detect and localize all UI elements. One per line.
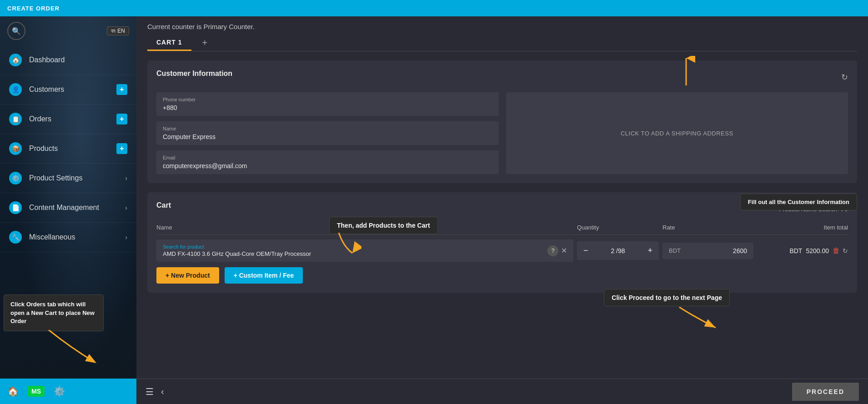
lang-badge[interactable]: বাং EN <box>107 26 129 35</box>
sidebar-item-label: Customers <box>29 85 64 94</box>
arrow-proceed <box>675 305 720 332</box>
product-settings-icon: ⚙️ <box>9 172 22 185</box>
miscellaneous-icon: 🔧 <box>9 231 22 244</box>
total-value: 5200.00 <box>806 247 829 254</box>
qty-value: 2 /98 <box>611 247 625 254</box>
email-value: computerexpress@gmail.com <box>163 162 492 170</box>
sidebar-item-orders[interactable]: 📋 Orders + <box>0 105 136 134</box>
product-search-box[interactable]: Search for product AMD FX-4100 3.6 GHz Q… <box>156 239 573 262</box>
top-bar-title: CREATE ORDER <box>7 5 60 12</box>
sidebar-item-products[interactable]: 📦 Products + <box>0 134 136 164</box>
product-actions: ? ✕ <box>547 245 567 256</box>
sidebar-item-label: Product Settings <box>29 174 82 182</box>
sidebar-item-label: Content Management <box>29 204 99 212</box>
sidebar-item-content-management[interactable]: 📄 Content Management › <box>0 193 136 223</box>
email-label: Email <box>163 155 492 160</box>
customer-left-fields: Phone number +880 Name Computer Express … <box>156 92 499 174</box>
col-rate-header: Rate <box>662 224 753 231</box>
add-products-tooltip-text: Then, add Products to the Cart <box>337 222 430 229</box>
shipping-btn[interactable]: CLICK TO ADD A SHIPPING ADDRESS <box>506 92 848 174</box>
col-qty-header: Quantity <box>577 224 659 231</box>
customers-add-icon[interactable]: + <box>116 84 127 95</box>
name-label: Name <box>163 126 492 131</box>
bottom-home-icon[interactable]: 🏠 <box>7 386 19 397</box>
products-icon: 📦 <box>9 142 22 155</box>
bottom-menu-icon[interactable]: ☰ <box>146 386 154 397</box>
search-icon[interactable]: 🔍 <box>7 22 25 40</box>
bottom-back-icon[interactable]: ‹ <box>161 386 164 397</box>
main-content: Current counter is Primary Counter. CART… <box>136 16 868 404</box>
name-field[interactable]: Name Computer Express <box>156 121 499 145</box>
cart-tab-add[interactable]: + <box>199 36 211 50</box>
chevron-icon: › <box>125 234 127 241</box>
rate-box[interactable]: BDT 2600 <box>662 243 753 259</box>
sidebar-bottom-bar: 🏠 MS ⚙️ <box>0 379 136 404</box>
sidebar-item-label: Miscellaneous <box>29 233 75 241</box>
chevron-icon: › <box>125 204 127 211</box>
phone-value: +880 <box>163 104 492 111</box>
rate-value: 2600 <box>733 247 747 254</box>
products-add-icon[interactable]: + <box>116 143 127 154</box>
sidebar-item-label: Products <box>29 145 58 153</box>
sidebar-item-product-settings[interactable]: ⚙️ Product Settings › <box>0 164 136 193</box>
sidebar-item-customers[interactable]: 👤 Customers + <box>0 75 136 105</box>
sidebar-item-label: Dashboard <box>29 56 65 64</box>
proceed-tooltip: Click Proceed to go to the next Page <box>604 289 730 306</box>
qty-increase-btn[interactable]: + <box>647 246 652 255</box>
product-remove-icon[interactable]: ✕ <box>561 246 567 255</box>
content-body: Customer Information ↻ Phone number +880… <box>136 51 868 379</box>
delete-product-icon[interactable]: 🗑 <box>833 247 840 255</box>
search-for-product-label: Search for product <box>163 244 544 249</box>
phone-field[interactable]: Phone number +880 <box>156 92 499 116</box>
fill-customer-tooltip-text: Fill out all the Customer Information <box>748 199 849 205</box>
dashboard-icon: 🏠 <box>9 54 22 66</box>
customer-info-section: Customer Information ↻ Phone number +880… <box>147 60 857 183</box>
product-input-wrapper: Search for product AMD FX-4100 3.6 GHz Q… <box>163 244 544 257</box>
custom-item-button[interactable]: + Custom Item / Fee <box>225 267 303 284</box>
cart-buttons: + New Product + Custom Item / Fee <box>156 267 848 284</box>
name-value: Computer Express <box>163 133 492 140</box>
content-header: Current counter is Primary Counter. CART… <box>136 16 868 51</box>
total-currency: BDT <box>789 247 802 254</box>
total-icons: 🗑 ↻ <box>833 247 848 255</box>
customers-icon: 👤 <box>9 83 22 96</box>
quantity-box: − 2 /98 + <box>577 241 659 260</box>
customer-refresh-icon[interactable]: ↻ <box>841 72 848 82</box>
proceed-tooltip-text: Click Proceed to go to the next Page <box>612 294 722 301</box>
orders-icon: 📋 <box>9 113 22 125</box>
cart-section-title: Cart <box>156 201 171 209</box>
top-bar: CREATE ORDER <box>0 0 868 16</box>
add-products-tooltip: Then, add Products to the Cart <box>329 217 438 234</box>
content-bottom-bar: ☰ ‹ PROCEED <box>136 379 868 404</box>
content-management-icon: 📄 <box>9 201 22 214</box>
bottom-ms-badge[interactable]: MS <box>28 386 45 397</box>
shipping-area: CLICK TO ADD A SHIPPING ADDRESS <box>506 92 848 174</box>
counter-text: Current counter is Primary Counter. <box>147 23 857 30</box>
proceed-button[interactable]: PROCEED <box>792 383 859 401</box>
orders-tooltip: Click Orders tab which will open a New C… <box>4 294 104 331</box>
item-total-box: BDT 5200.00 🗑 ↻ <box>757 247 848 255</box>
email-field[interactable]: Email computerexpress@gmail.com <box>156 150 499 174</box>
sidebar-item-dashboard[interactable]: 🏠 Dashboard <box>0 45 136 75</box>
new-product-button[interactable]: + New Product <box>156 267 219 284</box>
refresh-product-icon[interactable]: ↻ <box>843 247 848 254</box>
sidebar-item-label: Orders <box>29 115 51 123</box>
cart-columns: Name Quantity Rate Item total <box>156 220 848 235</box>
product-help-icon[interactable]: ? <box>547 245 558 256</box>
fill-customer-tooltip: Fill out all the Customer Information <box>740 194 857 210</box>
customer-section-title: Customer Information <box>156 70 232 78</box>
chevron-icon: › <box>125 175 127 182</box>
sidebar-search-area: 🔍 বাং EN <box>0 16 136 45</box>
sidebar: 🔍 বাং EN 🏠 Dashboard 👤 Customers + 📋 Ord… <box>0 16 136 404</box>
product-name-text: AMD FX-4100 3.6 GHz Quad-Core OEM/Tray P… <box>163 250 544 257</box>
sidebar-item-miscellaneous[interactable]: 🔧 Miscellaneous › <box>0 223 136 252</box>
rate-currency: BDT <box>669 247 681 254</box>
product-row-wrapper: Then, add Products to the Cart <box>156 239 848 262</box>
qty-decrease-btn[interactable]: − <box>583 246 588 255</box>
orders-add-icon[interactable]: + <box>116 114 127 125</box>
cart-tab-1[interactable]: CART 1 <box>147 35 191 51</box>
col-total-header: Item total <box>757 224 848 231</box>
product-row: Search for product AMD FX-4100 3.6 GHz Q… <box>156 239 848 262</box>
phone-label: Phone number <box>163 97 492 102</box>
bottom-settings-icon[interactable]: ⚙️ <box>54 386 65 397</box>
